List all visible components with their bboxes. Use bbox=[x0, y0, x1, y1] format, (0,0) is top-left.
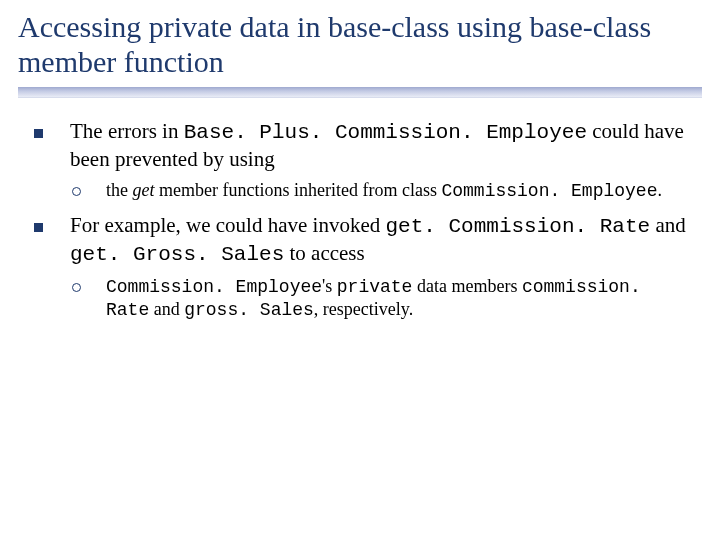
bullet-2: For example, we could have invoked get. … bbox=[30, 212, 690, 269]
bullet-2-sub-1: Commission. Employee's private data memb… bbox=[70, 275, 690, 322]
bullet-1-text: The errors in Base. Plus. Commission. Em… bbox=[70, 118, 690, 173]
code: Base. Plus. Commission. Employee bbox=[184, 121, 587, 144]
slide: Accessing private data in base-class usi… bbox=[0, 0, 720, 540]
square-bullet-icon bbox=[30, 212, 70, 269]
title-underline bbox=[18, 87, 702, 98]
text: 's bbox=[322, 276, 337, 296]
bullet-1-sub-1: the get member functions inherited from … bbox=[70, 179, 690, 203]
text: member functions inherited from class bbox=[155, 180, 442, 200]
bullet-2-sub-1-text: Commission. Employee's private data memb… bbox=[106, 275, 690, 322]
bullet-1-sub-1-text: the get member functions inherited from … bbox=[106, 179, 690, 203]
text: . bbox=[657, 180, 662, 200]
text: data members bbox=[412, 276, 521, 296]
circle-bullet-icon bbox=[70, 179, 106, 203]
code: Commission. Employee bbox=[106, 277, 322, 297]
text: The errors in bbox=[70, 119, 184, 143]
text: the bbox=[106, 180, 133, 200]
text: and bbox=[650, 213, 686, 237]
code: private bbox=[337, 277, 413, 297]
code: get. Commission. Rate bbox=[386, 215, 651, 238]
italic: get bbox=[133, 180, 155, 200]
slide-body: The errors in Base. Plus. Commission. Em… bbox=[0, 98, 720, 322]
square-bullet-icon bbox=[30, 118, 70, 173]
code: get. Gross. Sales bbox=[70, 243, 284, 266]
text: to access bbox=[284, 241, 364, 265]
circle-bullet-icon bbox=[70, 275, 106, 322]
text: For example, we could have invoked bbox=[70, 213, 386, 237]
code: Commission. Employee bbox=[441, 181, 657, 201]
text: and bbox=[149, 299, 184, 319]
bullet-2-text: For example, we could have invoked get. … bbox=[70, 212, 690, 269]
text: , respectively. bbox=[314, 299, 413, 319]
code: gross. Sales bbox=[184, 300, 314, 320]
slide-title: Accessing private data in base-class usi… bbox=[0, 0, 720, 85]
bullet-1: The errors in Base. Plus. Commission. Em… bbox=[30, 118, 690, 173]
